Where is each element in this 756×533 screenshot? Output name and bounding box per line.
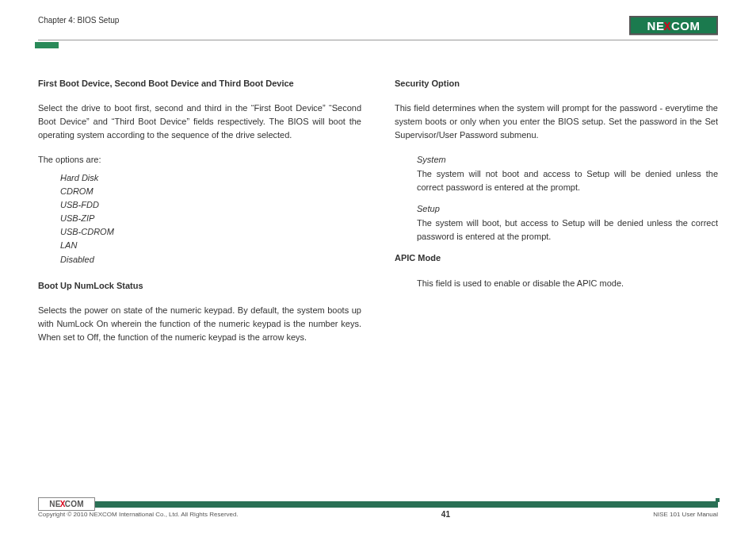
setup-text: The system will boot, but access to Setu… <box>417 217 718 243</box>
option-item: CDROM <box>60 185 361 198</box>
footer-decoration-icon <box>705 498 720 509</box>
right-column: Security Option This field determines wh… <box>395 77 718 355</box>
page-footer: NEXCOM Copyright © 2010 NEXCOM Internati… <box>38 501 718 519</box>
logo-x-icon: X <box>664 19 671 33</box>
option-item: Disabled <box>60 253 361 266</box>
numlock-paragraph: Selects the power on state of the numeri… <box>38 304 361 344</box>
options-intro: The options are: <box>38 153 361 167</box>
copyright-text: Copyright © 2010 NEXCOM International Co… <box>38 511 239 518</box>
apic-heading: APIC Mode <box>395 251 718 265</box>
security-paragraph: This field determines when the system wi… <box>395 102 718 142</box>
square-icon <box>716 498 720 502</box>
option-item: LAN <box>60 239 361 252</box>
system-option-block: System The system will not boot and acce… <box>417 153 718 194</box>
boot-options-list: Hard Disk CDROM USB-FDD USB-ZIP USB-CDRO… <box>60 171 361 266</box>
footer-bar: NEXCOM <box>38 501 718 508</box>
accent-bar <box>35 42 59 48</box>
chapter-label: Chapter 4: BIOS Setup <box>38 16 119 25</box>
option-item: USB-ZIP <box>60 212 361 225</box>
footer-row: Copyright © 2010 NEXCOM International Co… <box>38 510 718 519</box>
logo-text-post: COM <box>671 19 701 33</box>
boot-device-paragraph: Select the drive to boot first, second a… <box>38 102 361 142</box>
option-item: USB-FDD <box>60 198 361 212</box>
setup-label: Setup <box>417 202 718 216</box>
logo-text-pre: NE <box>647 19 665 33</box>
nexcom-logo-footer: NEXCOM <box>38 497 95 511</box>
manual-name: NISE 101 User Manual <box>653 511 718 518</box>
numlock-heading: Boot Up NumLock Status <box>38 279 361 293</box>
content-area: First Boot Device, Second Boot Device an… <box>38 77 718 355</box>
left-column: First Boot Device, Second Boot Device an… <box>38 77 361 355</box>
option-item: Hard Disk <box>60 171 361 185</box>
system-label: System <box>417 153 718 167</box>
header-divider <box>38 40 718 40</box>
option-item: USB-CDROM <box>60 225 361 239</box>
system-text: The system will not boot and access to S… <box>417 167 718 194</box>
nexcom-logo-top: NEXCOM <box>629 16 718 35</box>
page-header: Chapter 4: BIOS Setup NEXCOM <box>38 16 718 35</box>
setup-option-block: Setup The system will boot, but access t… <box>417 202 718 243</box>
logo-text-pre: NE <box>49 500 61 508</box>
boot-device-heading: First Boot Device, Second Boot Device an… <box>38 77 361 90</box>
apic-text: This field is used to enable or disable … <box>417 277 718 290</box>
security-heading: Security Option <box>395 77 718 90</box>
logo-text-post: COM <box>65 500 84 508</box>
page-number: 41 <box>441 510 450 519</box>
